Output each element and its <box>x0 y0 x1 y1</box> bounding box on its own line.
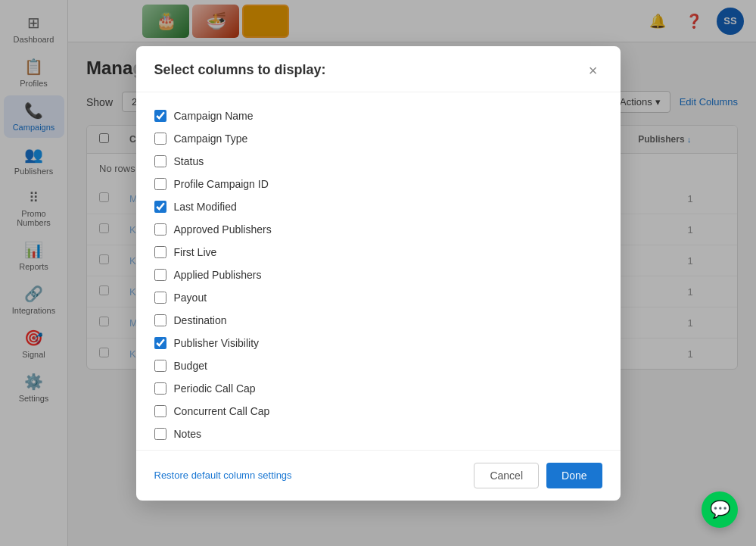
checkbox-item-profile_campaign_id: Profile Campaign ID <box>154 173 602 195</box>
chat-bubble-button[interactable]: 💬 <box>702 491 738 528</box>
checkbox-item-publisher_visibility: Publisher Visibility <box>154 332 602 354</box>
checkbox-applied_publishers[interactable] <box>154 269 166 281</box>
checkbox-payout[interactable] <box>154 292 166 304</box>
modal-title: Select columns to display: <box>154 62 326 78</box>
checkbox-periodic_call_cap[interactable] <box>154 382 166 395</box>
select-columns-modal: Select columns to display: × Campaign Na… <box>136 46 621 501</box>
footer-buttons: Cancel Done <box>474 463 602 488</box>
checkbox-campaign_name[interactable] <box>154 110 166 122</box>
checkbox-item-last_modified: Last Modified <box>154 195 602 218</box>
checkbox-label-first_live[interactable]: First Live <box>174 246 217 258</box>
checkbox-item-periodic_call_cap: Periodic Call Cap <box>154 377 602 400</box>
modal-body: Campaign NameCampaign TypeStatusProfile … <box>136 92 621 450</box>
checkbox-publisher_visibility[interactable] <box>154 337 166 349</box>
checkbox-profile_campaign_id[interactable] <box>154 178 166 190</box>
checkbox-item-approved_publishers: Approved Publishers <box>154 218 602 241</box>
checkbox-item-applied_publishers: Applied Publishers <box>154 264 602 286</box>
checkbox-concurrent_call_cap[interactable] <box>154 405 166 417</box>
checkbox-notes[interactable] <box>154 428 166 440</box>
checkbox-list: Campaign NameCampaign TypeStatusProfile … <box>154 105 602 450</box>
checkbox-label-concurrent_call_cap[interactable]: Concurrent Call Cap <box>174 405 270 417</box>
chat-icon: 💬 <box>710 500 730 519</box>
checkbox-label-campaign_type[interactable]: Campaign Type <box>174 133 248 145</box>
checkbox-item-payout: Payout <box>154 286 602 309</box>
checkbox-label-status[interactable]: Status <box>174 155 204 167</box>
checkbox-label-last_modified[interactable]: Last Modified <box>174 201 237 213</box>
checkbox-item-destination: Destination <box>154 309 602 332</box>
checkbox-label-payout[interactable]: Payout <box>174 292 207 304</box>
done-button[interactable]: Done <box>546 463 602 488</box>
modal-footer: Restore default column settings Cancel D… <box>136 450 621 501</box>
checkbox-status[interactable] <box>154 155 166 167</box>
checkbox-item-concurrent_call_cap: Concurrent Call Cap <box>154 400 602 423</box>
checkbox-campaign_type[interactable] <box>154 133 166 145</box>
checkbox-item-status: Status <box>154 150 602 173</box>
modal-header: Select columns to display: × <box>136 46 621 92</box>
modal-overlay: Select columns to display: × Campaign Na… <box>0 0 756 546</box>
checkbox-label-profile_campaign_id[interactable]: Profile Campaign ID <box>174 178 269 190</box>
checkbox-item-budget: Budget <box>154 354 602 377</box>
checkbox-label-campaign_name[interactable]: Campaign Name <box>174 110 254 122</box>
checkbox-item-campaign_name: Campaign Name <box>154 105 602 127</box>
modal-close-button[interactable]: × <box>584 61 602 80</box>
restore-defaults-button[interactable]: Restore default column settings <box>154 470 292 481</box>
checkbox-item-campaign_type: Campaign Type <box>154 127 602 150</box>
checkbox-label-publisher_visibility[interactable]: Publisher Visibility <box>174 337 260 349</box>
checkbox-item-notes: Notes <box>154 423 602 445</box>
checkbox-label-periodic_call_cap[interactable]: Periodic Call Cap <box>174 382 256 395</box>
checkbox-label-notes[interactable]: Notes <box>174 428 202 440</box>
checkbox-last_modified[interactable] <box>154 201 166 213</box>
cancel-button[interactable]: Cancel <box>474 463 539 488</box>
checkbox-destination[interactable] <box>154 314 166 326</box>
checkbox-budget[interactable] <box>154 360 166 372</box>
checkbox-label-approved_publishers[interactable]: Approved Publishers <box>174 223 272 236</box>
checkbox-label-applied_publishers[interactable]: Applied Publishers <box>174 269 262 281</box>
checkbox-approved_publishers[interactable] <box>154 223 166 236</box>
checkbox-label-destination[interactable]: Destination <box>174 314 227 326</box>
checkbox-item-first_live: First Live <box>154 241 602 264</box>
checkbox-first_live[interactable] <box>154 246 166 258</box>
checkbox-label-budget[interactable]: Budget <box>174 360 207 372</box>
